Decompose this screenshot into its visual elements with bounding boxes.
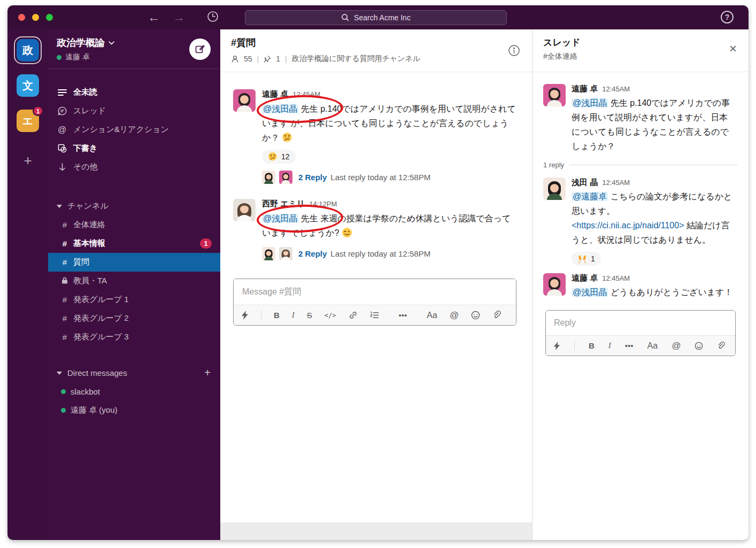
thread-summary[interactable]: 2 Reply Last reply today at 12:58PM	[262, 247, 519, 260]
avatar[interactable]	[543, 177, 566, 200]
avatar	[279, 247, 292, 260]
message-author[interactable]: 浅田 晶	[572, 177, 598, 188]
reply-input[interactable]	[546, 311, 735, 335]
workspace-switcher-2[interactable]: 文	[17, 74, 39, 97]
sidebar-channel-shitsumon-selected[interactable]: # 質問	[48, 253, 220, 272]
reaction-thinking[interactable]: 12	[262, 150, 296, 164]
paper-link[interactable]: <https://ci.nii.ac.jp/naid/1100>	[572, 221, 684, 230]
more-options-icon[interactable]: •••	[399, 311, 407, 319]
zoom-window-button[interactable]	[46, 14, 53, 21]
pin-count[interactable]: 1	[276, 55, 280, 63]
strikethrough-icon[interactable]: S	[307, 311, 312, 319]
shortcuts-icon[interactable]	[241, 311, 249, 320]
sidebar-item-more[interactable]: その他	[48, 158, 220, 176]
sidebar-item-drafts[interactable]: 下書き	[48, 139, 220, 158]
bold-icon[interactable]: B	[589, 342, 595, 350]
reaction-raising-hands[interactable]: 1	[572, 252, 601, 266]
mention-asada[interactable]: @浅田晶	[572, 288, 608, 297]
raising-hands-emoji	[577, 254, 587, 264]
help-icon[interactable]: ?	[721, 11, 734, 24]
message-author[interactable]: 西野 エミリ	[262, 199, 305, 209]
mention-asada[interactable]: @浅田晶	[572, 98, 608, 107]
message-list: 遠藤 卓 12:45AM @浅田晶 先生 p.140ではアメリカでの事例を用いて…	[220, 72, 532, 540]
sidebar-channel-kyoin-ta[interactable]: 教員・TA	[48, 272, 220, 290]
bold-icon[interactable]: B	[274, 311, 280, 319]
message-author[interactable]: 遠藤 卓	[262, 89, 288, 99]
thread-root-message[interactable]: 遠藤 卓 12:45AM @浅田晶 先生 p.140ではアメリカでの事例を用いて…	[533, 84, 749, 153]
italic-icon[interactable]: I	[292, 311, 295, 319]
message-author[interactable]: 遠藤 卓	[572, 84, 598, 94]
message-text: @浅田晶 どうもありがとうございます！	[572, 285, 733, 299]
more-options-icon[interactable]: •••	[625, 342, 634, 350]
emoji-icon[interactable]	[471, 311, 480, 320]
search-placeholder: Search Acme Inc	[354, 13, 411, 22]
italic-icon[interactable]: I	[608, 342, 611, 350]
workspace-menu[interactable]: 政治学概論	[57, 36, 212, 49]
message-nishino[interactable]: 西野 エミリ 14:12PM @浅田晶 先生 来週の授業は学祭のため休講という認…	[220, 199, 532, 260]
mention-asada[interactable]: @浅田晶	[262, 104, 298, 113]
presence-dot	[61, 389, 66, 394]
thinking-face-emoji	[268, 152, 277, 161]
sidebar-channel-happyo-group1[interactable]: # 発表グループ 1	[48, 290, 220, 309]
avatar[interactable]	[233, 199, 256, 221]
minimize-window-button[interactable]	[32, 14, 39, 21]
message-endo[interactable]: 遠藤 卓 12:45AM @浅田晶 先生 p.140ではアメリカでの事例を用いて…	[220, 89, 532, 184]
message-text: @浅田晶 先生 p.140ではアメリカでの事例を用いて説明がされていますが、日本…	[572, 96, 736, 153]
history-back-icon[interactable]: ←	[148, 11, 160, 24]
ordered-list-icon[interactable]	[370, 311, 379, 319]
attach-icon[interactable]	[717, 342, 725, 350]
sidebar-item-all-unreads[interactable]: 全未読	[48, 83, 220, 102]
text-format-icon[interactable]: Aa	[427, 311, 437, 320]
add-workspace-button[interactable]: +	[24, 152, 32, 169]
thread-reply-asada[interactable]: 浅田 晶 12:45AM @遠藤卓 こちらの論文が参考になるかと思います。 <h…	[533, 177, 749, 266]
workspace-switcher-3[interactable]: エ 1	[17, 110, 39, 132]
mention-asada[interactable]: @浅田晶	[262, 214, 298, 223]
message-input[interactable]	[234, 279, 516, 305]
text-format-icon[interactable]: Aa	[647, 342, 658, 350]
sidebar-dm-slackbot[interactable]: slackbot	[48, 382, 220, 401]
thread-summary[interactable]: 2 Reply Last reply today at 12:58PM	[262, 171, 519, 184]
history-forward-icon[interactable]: →	[173, 11, 185, 24]
channels-section-header[interactable]: チャンネル	[48, 197, 220, 215]
thread-panel: スレッド #全体連絡 × 遠藤 卓 12:45AM	[532, 29, 749, 540]
thread-message-list: 遠藤 卓 12:45AM @浅田晶 先生 p.140ではアメリカでの事例を用いて…	[533, 72, 749, 540]
workspace-switcher-active[interactable]: 政	[17, 39, 39, 61]
attach-icon[interactable]	[492, 311, 501, 320]
thread-reply-link[interactable]: 2 Reply	[298, 173, 327, 182]
arrow-down-icon	[57, 163, 67, 171]
emoji-icon[interactable]	[695, 342, 703, 350]
info-icon[interactable]	[508, 44, 520, 57]
channel-topic[interactable]: 政治学概論に関する質問用チャンネル	[292, 54, 421, 64]
sidebar-item-threads[interactable]: スレッド	[48, 102, 220, 120]
presence-dot	[61, 408, 66, 413]
mention-icon[interactable]: @	[672, 341, 681, 350]
search-input[interactable]: Search Acme Inc	[245, 10, 507, 25]
thread-channel[interactable]: #全体連絡	[543, 52, 738, 61]
shortcuts-icon[interactable]	[553, 342, 560, 350]
compose-button[interactable]	[189, 38, 211, 60]
member-count[interactable]: 55	[244, 55, 252, 63]
dm-section-header[interactable]: Direct messages +	[48, 364, 220, 382]
thread-reply-endo[interactable]: 遠藤 卓 12:45AM @浅田晶 どうもありがとうございます！	[533, 273, 749, 299]
avatar[interactable]	[543, 273, 566, 296]
sidebar-channel-happyo-group2[interactable]: # 発表グループ 2	[48, 309, 220, 328]
mention-icon[interactable]: @	[450, 311, 459, 320]
close-icon[interactable]: ×	[729, 42, 737, 55]
link-icon[interactable]	[349, 311, 358, 320]
unread-badge: 1	[200, 238, 212, 249]
new-message-icon	[195, 44, 205, 55]
sidebar-channel-happyo-group3[interactable]: # 発表グループ 3	[48, 328, 220, 346]
sidebar-channel-zentairenraku[interactable]: # 全体連絡	[48, 215, 220, 234]
sidebar-item-mentions[interactable]: @ メンション&リアクション	[48, 120, 220, 139]
avatar[interactable]	[543, 84, 566, 106]
history-clock-icon[interactable]	[206, 10, 219, 25]
mention-endo[interactable]: @遠藤卓	[572, 192, 608, 201]
avatar[interactable]	[233, 89, 256, 112]
close-window-button[interactable]	[18, 14, 25, 21]
thread-reply-link[interactable]: 2 Reply	[298, 249, 327, 258]
sidebar-channel-kihonjoho[interactable]: # 基本情報 1	[48, 234, 220, 253]
sidebar-dm-self[interactable]: 遠藤 卓 (you)	[48, 401, 220, 420]
add-dm-button[interactable]: +	[204, 367, 211, 379]
message-author[interactable]: 遠藤 卓	[572, 273, 598, 283]
code-icon[interactable]: </>	[325, 312, 336, 319]
